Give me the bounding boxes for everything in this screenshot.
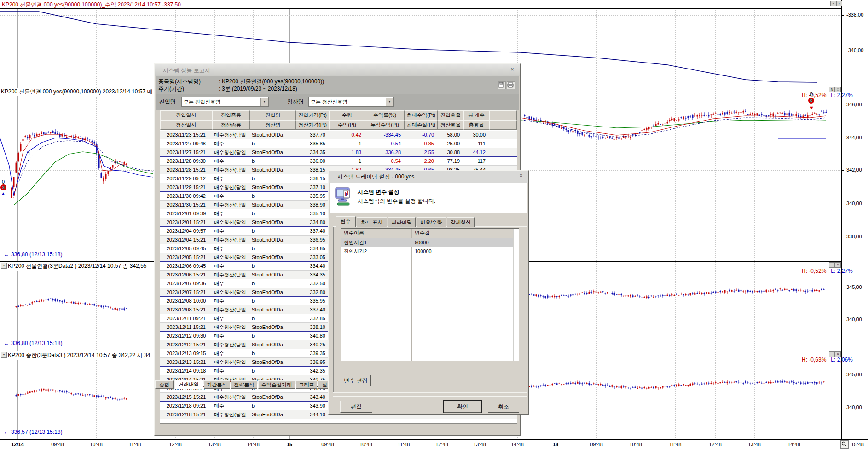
scrollbar-gutter[interactable] — [513, 229, 514, 361]
table-column-header[interactable]: 진입가격(Pt) — [296, 110, 329, 120]
zoom-magnifier-button[interactable] — [840, 440, 849, 449]
report-tab-4[interactable]: 전략분석 — [231, 380, 257, 389]
variable-value: 100000 — [415, 247, 432, 256]
save-icon[interactable] — [498, 81, 506, 89]
left-arrow-icon: ← — [4, 429, 9, 435]
table-column-header[interactable]: 수익(Pt) — [329, 120, 365, 130]
variables-tab-panel: 변수이름 변수값 진입시간190000진입시간2100000 변수 편집 — [333, 226, 527, 393]
chevron-down-icon[interactable]: ▼ — [386, 98, 393, 106]
table-column-header[interactable]: 진입효율 — [438, 110, 463, 120]
collapse-icon[interactable]: ▼ — [1, 352, 7, 358]
table-column-header[interactable]: 진입종류 — [212, 110, 250, 120]
print-icon[interactable] — [507, 81, 515, 89]
table-cell: -2.55 — [405, 148, 438, 156]
edit-button[interactable]: 편집 — [340, 401, 372, 413]
data2-panel-title: KP200 선물연결(3분Data2 ) 2023/12/14 10:57 종 … — [8, 262, 149, 270]
time-tick-label: 11:48 — [669, 442, 682, 447]
table-cell: 340.80 — [296, 332, 329, 340]
panel-close-button[interactable]: × — [835, 262, 841, 268]
report-tab-3[interactable]: 기간분석 — [204, 380, 230, 389]
variable-row[interactable]: 진입시간190000 — [341, 238, 513, 247]
table-column-header[interactable]: 청산종류 — [212, 120, 250, 130]
table-column-header[interactable]: 청산명 — [250, 120, 296, 130]
price-tick-label: 345,00 — [846, 284, 862, 290]
table-cell: 338.90 — [296, 201, 329, 209]
settings-dialog-titlebar[interactable]: 시스템 트레이딩 설정 - 000 yes × — [329, 171, 528, 183]
price-tick-label: 342,00 — [846, 167, 862, 173]
report-dialog-titlebar[interactable]: 시스템 성능 보고서 × — [155, 64, 520, 76]
table-cell: 0.42 — [329, 131, 365, 139]
table-cell: 2023/12/13 15:21 — [160, 358, 212, 366]
table-cell: 2023/12/01 09:39 — [160, 209, 212, 218]
table-cell: 334.40 — [296, 262, 329, 270]
chevron-down-icon[interactable]: ▼ — [260, 98, 268, 106]
settings-tab-5[interactable]: 강제청산 — [447, 217, 475, 227]
report-tab-1[interactable]: 종합 — [155, 380, 174, 389]
collapse-icon[interactable]: ▼ — [1, 263, 7, 269]
table-cell: 2023/12/08 10:00 — [160, 297, 212, 305]
edit-variable-button[interactable]: 변수 편집 — [341, 375, 371, 386]
table-cell: 2023/11/30 09:42 — [160, 192, 212, 200]
table-cell: 339.35 — [296, 349, 329, 357]
table-column-header[interactable]: 진입명 — [250, 110, 296, 120]
cancel-button[interactable]: 취소 — [488, 401, 519, 413]
table-column-header[interactable]: 총효율 — [463, 120, 489, 130]
settings-tab-3[interactable]: 피라미딩 — [388, 217, 416, 227]
table-row[interactable]: 2023/11/27 15:21매수청산(당일StopEndOfDa334.35… — [160, 148, 517, 157]
panel-minimize-button[interactable]: − — [829, 262, 835, 268]
table-column-header[interactable]: 수익률(%) — [365, 110, 405, 120]
table-cell: b — [250, 349, 296, 357]
entry-filter-combobox[interactable]: 모든 진입신호명 ▼ — [181, 97, 269, 107]
table-cell: 매수청산(당일 — [212, 236, 250, 244]
price-tick-label: 346,00 — [846, 102, 862, 107]
table-column-header[interactable]: 최대수익(Pt) — [405, 110, 438, 120]
trading-app-window: KP200 선물연결 000 yes(90000,100000)_수익 2023… — [0, 0, 868, 449]
signal-number-label: 0 — [810, 92, 813, 97]
table-column-header[interactable]: 청산가격(Pt) — [296, 120, 329, 130]
window-close-button[interactable]: × — [836, 1, 842, 6]
table-cell: 매수 — [212, 209, 250, 218]
table-row[interactable]: 2023/11/28 09:30매수b336.0010.542.2077.191… — [160, 157, 517, 166]
time-tick-label: 09:48 — [321, 442, 334, 447]
table-cell: 338.10 — [296, 323, 329, 331]
table-cell: StopEndOfDa — [250, 305, 296, 314]
variable-row[interactable]: 진입시간2100000 — [341, 247, 513, 256]
table-column-header[interactable]: 누적수익(Pt) — [365, 120, 405, 130]
time-tick-label: 12:48 — [435, 442, 448, 447]
table-row[interactable]: 2023/11/27 09:48매수b335.851-0.540.8525.00… — [160, 139, 517, 148]
table-column-header[interactable]: 봉 개수 — [463, 110, 489, 120]
exit-filter-combobox[interactable]: 모든 청산신호명 ▼ — [308, 97, 394, 107]
report-tab-6[interactable]: 그래프 — [296, 380, 317, 389]
table-cell: 2023/12/18 09:21 — [160, 402, 212, 410]
window-minimize-button[interactable]: − — [830, 1, 836, 6]
time-tick-label: 12/14 — [11, 442, 24, 447]
table-cell: 337.40 — [296, 305, 329, 314]
settings-tab-2[interactable]: 차트 표시 — [357, 217, 387, 227]
table-column-header[interactable]: 청산효율 — [438, 120, 463, 130]
report-tab-5[interactable]: 수익손실거래 — [258, 380, 295, 389]
ok-button[interactable]: 확인 — [444, 401, 481, 413]
table-cell: 2023/12/08 15:21 — [160, 305, 212, 314]
table-cell: 343.90 — [296, 402, 329, 410]
close-icon[interactable]: × — [509, 66, 516, 74]
table-column-header[interactable]: 진입일시 — [160, 110, 212, 120]
time-tick-label: 15 — [287, 442, 292, 447]
close-icon[interactable]: × — [517, 173, 525, 180]
table-cell: StopEndOfDa — [250, 201, 296, 209]
table-column-header[interactable]: 청산일시 — [160, 120, 212, 130]
table-cell: 1 — [329, 157, 365, 165]
table-row[interactable]: 2023/11/23 15:21매수청산(당일StopEndOfDa337.70… — [160, 131, 517, 139]
settings-tab-4[interactable]: 비용/수량 — [417, 217, 446, 227]
settings-description: 시스템식의 변수를 설정 합니다. — [358, 197, 435, 205]
settings-tab-1[interactable]: 변수 — [336, 216, 356, 227]
table-column-header[interactable]: 수량 — [329, 110, 365, 120]
low-change-label: L: 2,27% — [831, 92, 852, 98]
table-column-header-blank — [489, 120, 517, 130]
table-cell: 2023/11/28 15:21 — [160, 166, 212, 174]
variable-value: 90000 — [415, 238, 429, 247]
report-tab-2[interactable]: 거래내역 — [174, 380, 203, 389]
low-change-label: L: 2,27% — [831, 268, 852, 274]
x-mark-icon: x — [810, 98, 812, 103]
table-cell: 매수 — [212, 332, 250, 340]
table-column-header[interactable]: 최대손실(Pt) — [405, 120, 438, 130]
